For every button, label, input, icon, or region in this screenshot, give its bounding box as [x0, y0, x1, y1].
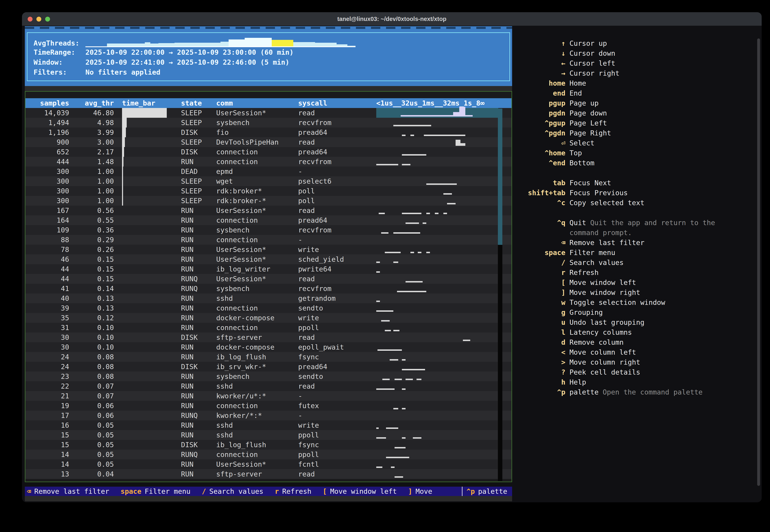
cell-comm: sshd: [216, 293, 296, 303]
table-row[interactable]: 240.08RUNib_log_flushfsync: [25, 352, 512, 362]
table-row[interactable]: 780.26RUNUserSession*write: [25, 245, 512, 254]
cell-comm: connection: [216, 450, 296, 459]
table-row[interactable]: 6522.17DISKconnectionpread64: [25, 147, 512, 157]
table-row[interactable]: 440.15RUNQUserSession*read: [25, 274, 512, 284]
cell-syscall: read: [298, 469, 371, 479]
table-row[interactable]: 230.08RUNsysbenchsendto: [25, 372, 512, 381]
table-row[interactable]: 3001.00SLEEPrdk:broker-*poll: [25, 196, 512, 206]
cell-state: SLEEP: [181, 176, 214, 186]
table-row[interactable]: 130.04RUNsftp-serverread: [25, 469, 512, 479]
cell-state: RUN: [181, 401, 214, 411]
shortcut-key: [515, 228, 565, 238]
cell-syscall: fsync: [298, 352, 371, 362]
table-row[interactable]: 440.15RUNib_log_writerpwrite64: [25, 264, 512, 274]
table-row[interactable]: 1,4944.98SLEEPsysbenchrecvfrom: [25, 118, 512, 128]
histogram-segment: [381, 232, 388, 234]
table-scrollbar[interactable]: [498, 109, 502, 481]
shortcut-line: [Move window left: [515, 278, 762, 288]
column-header-latency-histogram[interactable]: <1us__32us_1ms__32ms_1s_8∞: [376, 98, 498, 108]
footer-item[interactable]: ⌫Remove last filter: [27, 487, 109, 496]
histogram-segment: [426, 252, 430, 253]
footer-item[interactable]: rRefresh: [275, 487, 311, 496]
table-row[interactable]: 3001.00SLEEPrdk:broker*poll: [25, 186, 512, 196]
table-row[interactable]: 160.05RUNsshdwrite: [25, 420, 512, 430]
table-row[interactable]: 3001.00SLEEPwgetpselect6: [25, 176, 512, 186]
cell-comm: DevToolsPipeHan: [216, 137, 296, 147]
table-row[interactable]: 1640.55RUNconnectionpread64: [25, 215, 512, 225]
table-row[interactable]: 410.14RUNQsysbenchrecvfrom: [25, 284, 512, 293]
table-row[interactable]: 1,1963.99DISKfiopread64: [25, 128, 512, 137]
histogram-segment: [393, 125, 431, 126]
sidebar-scrollbar[interactable]: [757, 38, 760, 486]
column-header-comm[interactable]: comm: [216, 98, 296, 108]
footer-item[interactable]: /Search values: [202, 487, 263, 496]
column-header-samples[interactable]: samples: [25, 98, 69, 108]
footer-item[interactable]: ]Move: [408, 487, 432, 496]
table-scrollbar-thumb[interactable]: [498, 109, 502, 245]
column-header-time-bar[interactable]: time_bar: [122, 98, 174, 108]
shortcut-label: Quit: [569, 218, 586, 228]
shortcut-label: Top: [569, 148, 582, 158]
table-row[interactable]: 350.12RUNdocker-composewrite: [25, 313, 512, 323]
table-row[interactable]: 140.05RUNUserSession*fcntl: [25, 459, 512, 469]
column-header-syscall[interactable]: syscall: [298, 98, 371, 108]
cell-comm: sysbench: [216, 372, 296, 381]
table-row[interactable]: 400.13RUNsshdgetrandom: [25, 293, 512, 303]
table-row[interactable]: 4441.48RUNconnectionrecvfrom: [25, 157, 512, 167]
cell-syscall: ppoll: [298, 323, 371, 333]
table-row[interactable]: 1670.56RUNUserSession*read: [25, 206, 512, 215]
shortcut-label: Focus Previous: [569, 188, 628, 198]
shortcut-label: Page down: [569, 108, 607, 118]
column-header-state[interactable]: state: [181, 98, 214, 108]
table-row[interactable]: 210.07RUNkworker/u*:*-: [25, 391, 512, 401]
table-row[interactable]: 300.10RUNdocker-composeepoll_pwait: [25, 342, 512, 352]
footer-label: palette: [478, 487, 507, 496]
table-row[interactable]: 9003.00SLEEPDevToolsPipeHanread: [25, 137, 512, 147]
titlebar[interactable]: tanel@linux03: ~/dev/0xtools-next/xtop: [22, 12, 762, 26]
table-row[interactable]: 3001.00DEADepmd-: [25, 167, 512, 176]
table-row[interactable]: 220.07RUNsshdread: [25, 381, 512, 391]
cell-samples: 16: [25, 420, 69, 430]
cell-time-bar: [122, 430, 174, 440]
histogram-segment: [393, 262, 398, 263]
table-row[interactable]: 240.08DISKib_srv_wkr-*pread64: [25, 362, 512, 372]
window-title: tanel@linux03: ~/dev/0xtools-next/xtop: [22, 12, 762, 26]
column-header-avg-thr[interactable]: avg_thr: [69, 98, 114, 108]
table-row[interactable]: 170.06RUNQkworker/*:*-: [25, 411, 512, 420]
table-row[interactable]: 190.06RUNconnectionfutex: [25, 401, 512, 411]
shortcut-description: Open the command palette: [603, 387, 702, 397]
table-row[interactable]: 300.10DISKsftp-serverread: [25, 333, 512, 342]
footer-item-palette[interactable]: ^ppalette: [467, 487, 507, 496]
table-row[interactable]: 150.05RUNsshdppoll: [25, 430, 512, 440]
shortcut-label: Help: [569, 377, 586, 387]
cell-samples: 40: [25, 293, 69, 303]
footer-item[interactable]: spaceFilter menu: [121, 487, 191, 496]
shortcut-key: ⌫: [515, 238, 565, 248]
cell-avg-thr: 0.05: [69, 430, 114, 440]
histogram-segment: [402, 359, 406, 361]
shortcut-label: Cursor right: [569, 68, 619, 78]
table-row[interactable]: 880.29RUNconnection-: [25, 235, 512, 245]
table-row[interactable]: 150.05DISKib_log_flushfsync: [25, 440, 512, 450]
cell-samples: 109: [25, 225, 69, 235]
histogram-segment: [410, 135, 414, 136]
footer-item[interactable]: [Move window left: [323, 487, 397, 496]
cell-comm: sftp-server: [216, 333, 296, 342]
shortcut-key: g: [515, 307, 565, 317]
window-label: Window:: [34, 58, 85, 66]
table-row[interactable]: 310.10RUNconnectionppoll: [25, 323, 512, 333]
cell-time-bar: [122, 245, 174, 254]
sparkline-bar: [175, 43, 220, 47]
cell-syscall: read: [298, 381, 371, 391]
sparkline-bar: [347, 46, 356, 47]
table-row[interactable]: 14,03946.80SLEEPUserSession*read: [25, 108, 512, 118]
cell-comm: fio: [216, 128, 296, 137]
table-row[interactable]: 390.13RUNconnectionsendto: [25, 303, 512, 313]
table-row[interactable]: 1090.36RUNsysbenchrecvfrom: [25, 225, 512, 235]
histogram-segment: [426, 183, 457, 185]
table-row[interactable]: 460.15RUNUserSession*sched_yield: [25, 254, 512, 264]
cell-avg-thr: 0.14: [69, 284, 114, 293]
table-row[interactable]: 140.05RUNQconnectionppoll: [25, 450, 512, 459]
cell-samples: 19: [25, 401, 69, 411]
cell-time-bar: [122, 274, 174, 284]
